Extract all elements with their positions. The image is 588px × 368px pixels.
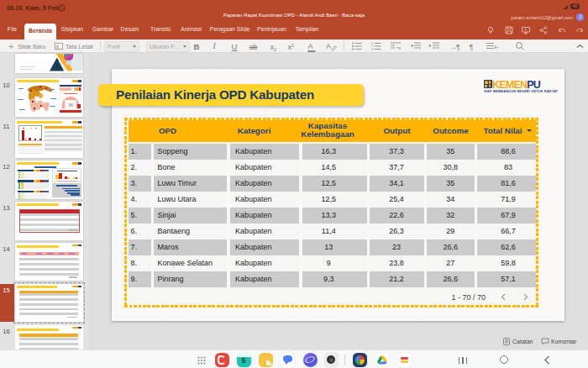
svg-text:SIAP MEMBANGUN NEGERI UNTUK RA: SIAP MEMBANGUN NEGERI UNTUK RAKYAT: [484, 90, 559, 93]
svg-text:3: 3: [371, 48, 373, 50]
